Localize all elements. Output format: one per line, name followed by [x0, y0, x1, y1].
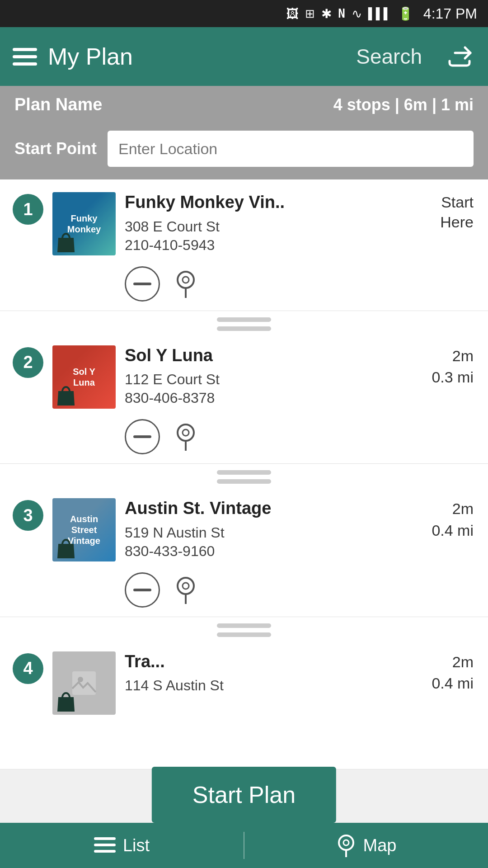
start-point-row: Start Point — [0, 123, 488, 179]
stop-badge-4: 4 — [13, 653, 43, 684]
svg-point-15 — [339, 835, 353, 850]
plan-stats: 4 stops | 6m | 1 mi — [333, 95, 474, 114]
stop-address-3: 519 N Austin St — [125, 524, 401, 541]
svg-rect-7 — [133, 589, 151, 591]
map-pin-2-button[interactable] — [168, 419, 203, 454]
stop-distance-2: 2m0.3 mi — [432, 345, 474, 388]
battery-icon: 🔋 — [398, 6, 413, 21]
remove-stop-2-button[interactable] — [125, 419, 160, 454]
stop-2-action-buttons — [125, 419, 401, 454]
stop-thumb-wrapper-2: Sol YLuna — [52, 345, 116, 409]
map-nav-label: Map — [363, 836, 397, 855]
drag-handle-1[interactable] — [0, 311, 488, 333]
search-button[interactable]: Search — [356, 44, 422, 69]
stop-address-1: 308 E Court St — [125, 218, 401, 235]
svg-point-16 — [343, 840, 349, 845]
grid-icon: ⊞ — [305, 7, 315, 21]
stop-thumb-wrapper-3: AustinStreetVintage — [52, 498, 116, 561]
svg-point-9 — [183, 583, 189, 589]
map-pin-1-button[interactable] — [168, 266, 203, 302]
drag-handle-2[interactable] — [0, 464, 488, 486]
stop-name-2: Sol Y Luna — [125, 345, 401, 366]
signal-icon: ▌▌▌ — [368, 7, 391, 20]
svg-point-6 — [183, 429, 189, 436]
stop-right-3: 2m0.4 mi — [410, 498, 474, 541]
list-icon — [94, 835, 116, 855]
stop-badge-3: 3 — [13, 500, 43, 531]
header-title: My Plan — [48, 43, 345, 70]
menu-button[interactable] — [13, 48, 37, 66]
stop-item-1: 1 FunkyMonkey Funky Monkey Vin.. 308 E C… — [0, 179, 488, 311]
stop-content-3: Austin St. Vintage 519 N Austin St 830-4… — [125, 498, 401, 608]
svg-point-8 — [178, 578, 194, 594]
wifi-icon: ∿ — [352, 6, 362, 21]
map-pin-3-button[interactable] — [168, 572, 203, 608]
stop-right-4: 2m0.4 mi — [410, 651, 474, 694]
stop-distance-3: 2m0.4 mi — [432, 498, 474, 541]
stop-phone-2: 830-406-8378 — [125, 390, 401, 406]
stop-badge-1: 1 — [13, 194, 43, 225]
start-point-input[interactable] — [108, 131, 474, 167]
stop-content-1: Funky Monkey Vin.. 308 E Court St 210-41… — [125, 192, 401, 302]
stop-3-action-buttons — [125, 572, 401, 608]
start-plan-overlay: Start Plan — [152, 767, 336, 823]
bag-icon-4 — [54, 689, 78, 713]
stop-thumb-wrapper-4 — [52, 651, 116, 715]
drag-handle-3[interactable] — [0, 617, 488, 639]
bag-icon-1 — [54, 230, 78, 254]
svg-rect-12 — [94, 837, 116, 840]
plan-name-label: Plan Name — [14, 95, 102, 114]
svg-point-5 — [178, 425, 194, 441]
image-icon: 🖼 — [286, 6, 299, 21]
svg-rect-13 — [94, 844, 116, 846]
share-button[interactable] — [444, 43, 475, 70]
app-header: My Plan Search — [0, 27, 488, 86]
stop-name-4: Tra... — [125, 651, 401, 672]
plan-info-bar: Plan Name 4 stops | 6m | 1 mi — [0, 86, 488, 123]
map-pin-nav-icon — [336, 834, 356, 857]
svg-point-3 — [183, 277, 189, 283]
stop-badge-2: 2 — [13, 347, 43, 378]
stop-1-action-buttons — [125, 266, 401, 302]
stop-phone-3: 830-433-9160 — [125, 543, 401, 560]
svg-point-2 — [178, 272, 194, 288]
stop-name-1: Funky Monkey Vin.. — [125, 192, 401, 213]
svg-rect-14 — [94, 850, 116, 853]
nfc-icon: N — [338, 7, 345, 20]
stop-distance-4: 2m0.4 mi — [432, 651, 474, 694]
list-nav-label: List — [123, 836, 150, 855]
stop-phone-1: 210-410-5943 — [125, 237, 401, 254]
stop-item-2: 2 Sol YLuna Sol Y Luna 112 E Court St 83… — [0, 333, 488, 464]
stop-address-2: 112 E Court St — [125, 371, 401, 388]
bag-icon-3 — [54, 536, 78, 560]
status-icons: 🖼 ⊞ ✱ N ∿ ▌▌▌ 🔋 4:17 PM — [286, 5, 477, 22]
svg-rect-1 — [133, 283, 151, 285]
nav-map-tab[interactable]: Map — [244, 834, 488, 857]
stop-thumb-wrapper-1: FunkyMonkey — [52, 192, 116, 255]
start-here-label-1: StartHere — [440, 192, 474, 232]
stop-right-1: StartHere — [410, 192, 474, 232]
stop-content-2: Sol Y Luna 112 E Court St 830-406-8378 — [125, 345, 401, 455]
start-point-label: Start Point — [14, 139, 97, 158]
bag-icon-2 — [54, 383, 78, 407]
status-bar: 🖼 ⊞ ✱ N ∿ ▌▌▌ 🔋 4:17 PM — [0, 0, 488, 27]
stop-name-3: Austin St. Vintage — [125, 498, 401, 519]
stop-item-3: 3 AustinStreetVintage Austin St. Vintage… — [0, 486, 488, 617]
bluetooth-icon: ✱ — [321, 6, 332, 21]
remove-stop-3-button[interactable] — [125, 572, 160, 608]
status-time: 4:17 PM — [423, 5, 477, 22]
start-plan-button[interactable]: Start Plan — [152, 767, 336, 823]
stop-address-4: 114 S Austin St — [125, 677, 401, 694]
svg-rect-4 — [133, 435, 151, 438]
stop-item-4: 4 Tra... 114 S Austin St 2m0.4 mi — [0, 639, 488, 769]
stop-right-2: 2m0.3 mi — [410, 345, 474, 388]
nav-list-tab[interactable]: List — [0, 835, 244, 855]
stop-content-4: Tra... 114 S Austin St — [125, 651, 401, 694]
remove-stop-1-button[interactable] — [125, 266, 160, 302]
bottom-navigation: List Map — [0, 823, 488, 868]
